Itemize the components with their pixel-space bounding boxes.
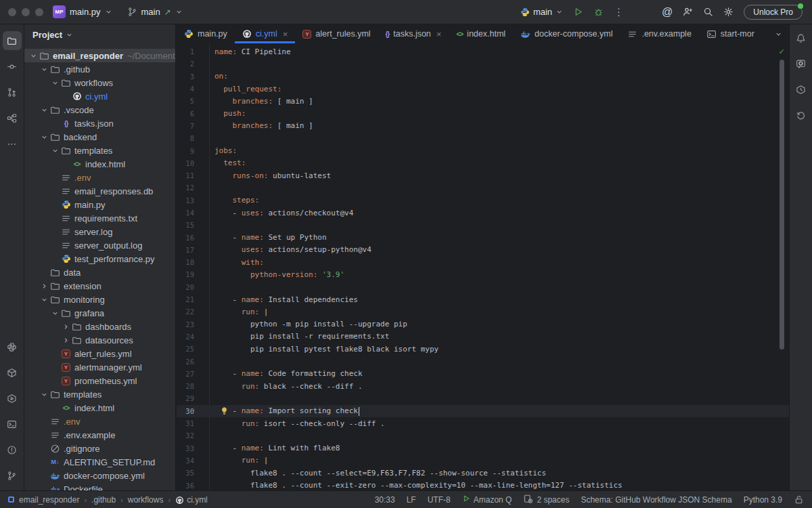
code-line-28[interactable]: 28 run: black --check --diff . — [177, 380, 789, 392]
code-line-8[interactable]: 8 — [177, 132, 789, 144]
chevron-down-icon[interactable] — [39, 391, 49, 398]
chevron-down-icon[interactable] — [39, 296, 49, 303]
tree-item-tasks.json[interactable]: { }tasks.json — [24, 117, 175, 130]
breadcrumb-item[interactable]: .github — [91, 495, 116, 505]
notifications-button[interactable] — [792, 28, 811, 47]
intention-bulb-icon[interactable] — [220, 406, 229, 417]
tree-item-.env[interactable]: .env — [24, 415, 175, 428]
code-line-31[interactable]: 31 run: isort --check-only --diff . — [177, 417, 789, 429]
code-line-29[interactable]: 29 — [177, 392, 789, 404]
project-widget[interactable]: MP main.py — [53, 5, 112, 18]
indent-widget[interactable]: 2 spaces — [523, 494, 569, 506]
amazon-q-widget[interactable]: Amazon Q — [462, 494, 512, 505]
run-configuration[interactable]: main — [520, 7, 563, 17]
code-line-10[interactable]: 10 test: — [177, 157, 789, 169]
breadcrumb-item[interactable]: ci.yml — [175, 495, 208, 505]
lock-open-icon[interactable] — [794, 494, 804, 505]
code-line-12[interactable]: 12 — [177, 182, 789, 194]
run-button[interactable] — [573, 7, 583, 17]
code-line-13[interactable]: 13 steps: — [177, 194, 789, 207]
tree-item-ci.yml[interactable]: ci.yml — [24, 89, 175, 103]
breadcrumb-item[interactable]: email_responder — [19, 495, 79, 505]
code-line-1[interactable]: 1name: CI Pipeline — [177, 45, 789, 58]
tab-ci.yml[interactable]: ci.yml× — [235, 24, 296, 43]
code-line-30[interactable]: 30 - name: Import sorting check — [177, 405, 789, 417]
hidden-tabs-chevron-icon[interactable] — [768, 24, 789, 43]
tree-item-email_responses.db[interactable]: email_responses.db — [24, 184, 175, 198]
more-tools-button[interactable]: ⋯ — [3, 134, 22, 153]
code-line-26[interactable]: 26 — [177, 355, 789, 367]
code-line-23[interactable]: 23 python -m pip install --upgrade pip — [177, 318, 789, 331]
chevron-down-icon[interactable] — [50, 79, 60, 87]
editor-scrollbar[interactable] — [780, 60, 784, 350]
code-line-7[interactable]: 7 branches: [ main ] — [177, 120, 789, 132]
tree-item-workflows[interactable]: workflows — [24, 76, 175, 89]
code-line-16[interactable]: 16 - name: Set up Python — [177, 231, 789, 243]
tree-item-grafana[interactable]: grafana — [24, 306, 175, 320]
tab-start-mor[interactable]: start-mor — [699, 24, 762, 43]
unlock-pro-button[interactable]: Unlock Pro — [744, 5, 803, 20]
tab-alert_rules.yml[interactable]: Yalert_rules.yml — [295, 24, 378, 43]
structure-tool-button[interactable] — [3, 108, 22, 127]
chevron-right-icon[interactable] — [39, 282, 49, 290]
inspections-ok-icon[interactable]: ✓ — [779, 46, 784, 56]
tree-item-templates[interactable]: templates — [24, 387, 175, 401]
code-line-34[interactable]: 34 run: | — [177, 454, 789, 467]
code-line-22[interactable]: 22 run: | — [177, 305, 789, 318]
tree-item-.github[interactable]: .github — [24, 62, 175, 76]
code-line-17[interactable]: 17 uses: actions/setup-python@v4 — [177, 244, 789, 256]
code-line-2[interactable]: 2 — [177, 58, 789, 70]
schema-widget[interactable]: Schema: GitHub Workflow JSON Schema — [581, 495, 731, 505]
pull-requests-tool-button[interactable] — [3, 83, 22, 102]
caret-position-widget[interactable]: 30:33 — [375, 495, 395, 505]
chevron-down-icon[interactable] — [50, 147, 60, 154]
tree-item-main.py[interactable]: main.py — [24, 198, 175, 211]
tree-item-requirements.txt[interactable]: requirements.txt — [24, 211, 175, 225]
encoding-widget[interactable]: UTF-8 — [428, 495, 451, 505]
debug-button[interactable] — [593, 7, 604, 17]
minimize-window-button[interactable] — [22, 8, 30, 16]
tree-item-data[interactable]: data — [24, 266, 175, 279]
build-tool-button[interactable] — [792, 80, 811, 99]
project-panel-header[interactable]: Project — [24, 24, 175, 45]
problems-tool-button[interactable] — [3, 440, 22, 459]
code-line-35[interactable]: 35 flake8 . --count --select=E9,F63,F7,F… — [177, 467, 789, 479]
code-line-4[interactable]: 4 pull_request: — [177, 83, 789, 95]
settings-icon[interactable] — [723, 7, 734, 17]
interpreter-widget[interactable]: Python 3.9 — [744, 495, 782, 505]
chevron-down-icon[interactable] — [28, 52, 39, 60]
tree-item-datasources[interactable]: datasources — [24, 333, 175, 347]
python-console-tool-button[interactable] — [3, 337, 22, 356]
tree-item-dashboards[interactable]: dashboards — [24, 320, 175, 333]
chevron-right-icon[interactable] — [61, 323, 71, 331]
ai-assistant-tool-button[interactable] — [792, 54, 811, 73]
tree-item-monitoring[interactable]: monitoring — [24, 293, 175, 306]
tree-item-test_performance.py[interactable]: test_performance.py — [24, 252, 175, 266]
code-line-36[interactable]: 36 flake8 . --count --exit-zero --max-co… — [177, 479, 789, 490]
tree-item-email_responder[interactable]: email_responder~/Documents/Pro — [24, 49, 175, 62]
tree-item-Dockerfile[interactable]: Dockerfile — [24, 482, 175, 490]
code-line-6[interactable]: 6 push: — [177, 107, 789, 119]
tree-item-index.html[interactable]: <>index.html — [24, 401, 175, 415]
tree-item-backend[interactable]: backend — [24, 130, 175, 144]
code-line-25[interactable]: 25 pip install pytest flake8 black isort… — [177, 343, 789, 355]
tree-item-ALERTING_SETUP.md[interactable]: M↓ALERTING_SETUP.md — [24, 455, 175, 469]
code-line-18[interactable]: 18 with: — [177, 256, 789, 268]
tree-item-index.html[interactable]: <>index.html — [24, 157, 175, 171]
services-tool-button[interactable] — [3, 389, 22, 408]
tree-item-alertmanager.yml[interactable]: Yalertmanager.yml — [24, 360, 175, 374]
code-line-14[interactable]: 14 - uses: actions/checkout@v4 — [177, 207, 789, 219]
search-everywhere-icon[interactable] — [703, 7, 713, 17]
ai-assistant-icon[interactable]: @ — [662, 6, 673, 18]
breadcrumb-item[interactable]: workflows — [128, 495, 164, 505]
tree-item-templates[interactable]: templates — [24, 144, 175, 157]
tree-item-server_output.log[interactable]: server_output.log — [24, 238, 175, 252]
code-with-me-icon[interactable] — [683, 7, 693, 17]
tree-item-.env[interactable]: .env — [24, 171, 175, 184]
code-line-19[interactable]: 19 python-version: '3.9' — [177, 268, 789, 280]
tree-item-.gitignore[interactable]: .gitignore — [24, 442, 175, 455]
code-line-33[interactable]: 33 - name: Lint with flake8 — [177, 442, 789, 454]
code-line-3[interactable]: 3on: — [177, 70, 789, 83]
tab-main.py[interactable]: main.py — [177, 24, 235, 43]
version-control-tool-button[interactable] — [3, 466, 22, 485]
